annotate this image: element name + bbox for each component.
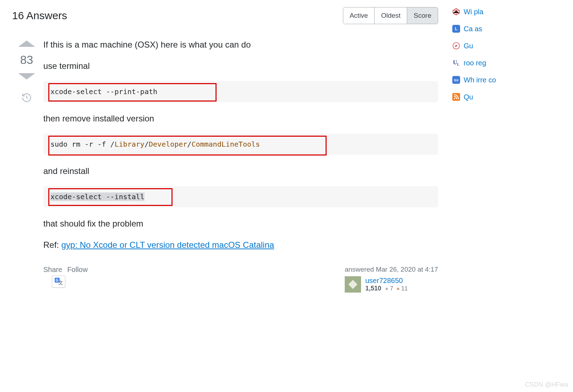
history-icon[interactable] (21, 92, 32, 104)
answers-count-title: 16 Answers (12, 10, 67, 22)
answer-paragraph: then remove installed version (43, 112, 438, 125)
sidebar: Wi pla L Ca as Gu UL roo reg SX Wh irre … (438, 7, 545, 293)
sidebar-item[interactable]: L Ca as (452, 24, 545, 33)
user-avatar[interactable] (345, 276, 361, 293)
sidebar-item[interactable]: UL roo reg (452, 58, 545, 67)
tab-active[interactable]: Active (343, 7, 375, 24)
downvote-button[interactable] (18, 73, 35, 80)
sidebar-item[interactable]: Qu (452, 92, 545, 102)
svg-point-7 (454, 98, 455, 99)
rss-icon (452, 93, 460, 101)
reference-link[interactable]: gyp: No Xcode or CLT version detected ma… (61, 240, 274, 250)
answer-reference: Ref: gyp: No Xcode or CLT version detect… (43, 239, 438, 251)
user-badges: ● 7 ● 11 (385, 285, 408, 292)
ul-icon: UL (452, 59, 460, 67)
code-block-print-path: xcode-select --print-path (43, 81, 438, 102)
sort-tabs: Active Oldest Score (343, 7, 438, 24)
code-block-install: xcode-select --install (43, 186, 438, 207)
tab-score[interactable]: Score (407, 7, 438, 24)
vote-count: 83 (20, 53, 33, 67)
upvote-button[interactable] (18, 40, 35, 47)
answer-paragraph: that should fix the problem (43, 217, 438, 230)
answer-paragraph: If this is a mac machine (OSX) here is w… (43, 38, 438, 51)
answered-timestamp: answered Mar 26, 2020 at 4:17 (345, 266, 438, 273)
badge-l-icon: L (452, 25, 460, 33)
google-translate-widget[interactable]: G 文 (52, 276, 65, 288)
code-block-remove: sudo rm -r -f /Library/Developer/Command… (43, 134, 438, 155)
user-name-link[interactable]: user728650 (365, 277, 408, 285)
user-reputation: 1,510 (365, 285, 381, 292)
sidebar-item[interactable]: Gu (452, 41, 545, 50)
sidebar-item[interactable]: Wi pla (452, 7, 545, 16)
user-card: answered Mar 26, 2020 at 4:17 user728650… (345, 266, 438, 293)
watermark: CSDN @HFwa (525, 381, 568, 388)
d20-icon (452, 8, 460, 16)
answer-paragraph: and reinstall (43, 165, 438, 178)
badge-sx-icon: SX (452, 76, 460, 84)
follow-link[interactable]: Follow (67, 266, 88, 293)
answer-paragraph: use terminal (43, 60, 438, 72)
svg-text:SX: SX (454, 78, 459, 82)
compass-icon (452, 42, 460, 50)
sidebar-item[interactable]: SX Wh irre co (452, 75, 545, 85)
svg-text:L: L (455, 26, 458, 31)
tab-oldest[interactable]: Oldest (375, 7, 407, 24)
